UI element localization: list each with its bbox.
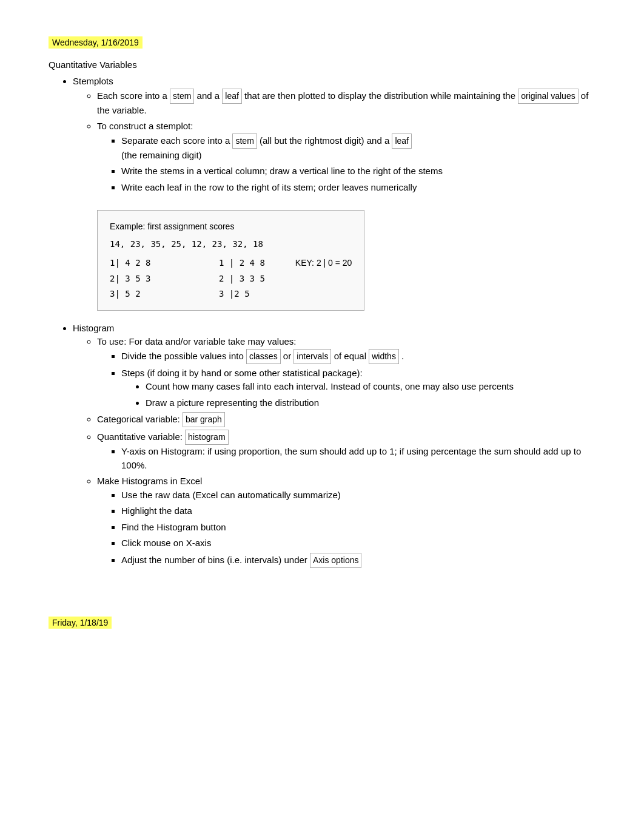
list-item-histogram: Histogram To use: For data and/or variab… — [73, 322, 595, 568]
histogram-touse: To use: For data and/or variable take ma… — [97, 335, 595, 410]
histogram-sublist: To use: For data and/or variable take ma… — [97, 335, 595, 568]
stemplot-sub1: Each score into a stem and a leaf that a… — [97, 89, 595, 118]
construct-item3: Write each leaf in the row to the right … — [121, 181, 595, 195]
quantitative-variable: Quantitative variable: histogram Y-axis … — [97, 430, 595, 472]
step-count: Count how many cases fall into each inte… — [146, 380, 595, 394]
step-draw: Draw a picture representing the distribu… — [146, 396, 595, 410]
excel-items: Use the raw data (Excel can automaticall… — [121, 488, 595, 568]
friday-date: Friday, 1/18/19 — [49, 617, 595, 629]
categorical-variable: Categorical variable: bar graph — [97, 412, 595, 427]
sp-right-row1-wrapper: 1 | 2 4 8 KEY: 2 | 0 = 20 — [219, 255, 352, 271]
wednesday-date: Wednesday, 1/16/2019 — [49, 36, 595, 49]
bar-graph-box: bar graph — [183, 412, 225, 427]
intervals-box: intervals — [293, 349, 331, 364]
excel-item3: Find the Histogram button — [121, 521, 595, 535]
excel-item5: Adjust the number of bins (i.e. interval… — [121, 553, 595, 568]
histogram-steps: Steps (if doing it by hand or some other… — [121, 367, 595, 410]
sp-left-row3: 3| 5 2 — [110, 286, 183, 302]
axis-options-box: Axis options — [310, 553, 361, 568]
stemplot-columns: 1| 4 2 8 2| 3 5 3 3| 5 2 1 | 2 4 8 KEY: … — [110, 255, 352, 302]
construct-sublist: Separate each score into a stem (all but… — [121, 134, 595, 195]
section-title: Quantitative Variables — [49, 59, 595, 70]
main-list: Stemplots Each score into a stem and a l… — [73, 75, 595, 194]
sp-right-row2: 2 | 3 3 5 — [219, 271, 352, 286]
construct-item2: Write the stems in a vertical column; dr… — [121, 164, 595, 178]
sp-left-row2: 2| 3 5 3 — [110, 271, 183, 286]
list-item-stemplots: Stemplots Each score into a stem and a l… — [73, 75, 595, 194]
histogram-touse-items: Divide the possible values into classes … — [121, 349, 595, 410]
histogram-divide: Divide the possible values into classes … — [121, 349, 595, 364]
stemplot-left: 1| 4 2 8 2| 3 5 3 3| 5 2 — [110, 255, 183, 302]
stemplot-construct: To construct a stemplot: Separate each s… — [97, 120, 595, 194]
stemplots-sublist: Each score into a stem and a leaf that a… — [97, 89, 595, 195]
stemplot-right: 1 | 2 4 8 KEY: 2 | 0 = 20 2 | 3 3 5 3 |2… — [219, 255, 352, 302]
stemplot-example-box: Example: first assignment scores 14, 23,… — [97, 210, 364, 311]
histogram-list: Histogram To use: For data and/or variab… — [73, 322, 595, 568]
histogram-box: histogram — [185, 430, 228, 445]
sp-right-row1: 1 | 2 4 8 — [219, 255, 265, 271]
sp-right-row3: 3 |2 5 — [219, 286, 352, 302]
sp-left-row1: 1| 4 2 8 — [110, 255, 183, 271]
steps-subitems: Count how many cases fall into each inte… — [146, 380, 595, 410]
stem-box2: stem — [232, 134, 257, 149]
construct-item1: Separate each score into a stem (all but… — [121, 134, 595, 163]
classes-box: classes — [246, 349, 281, 364]
leaf-box: leaf — [222, 89, 242, 104]
make-histograms-excel: Make Histograms in Excel Use the raw dat… — [97, 475, 595, 568]
leaf-box2: leaf — [392, 134, 412, 149]
widths-box: widths — [369, 349, 399, 364]
example-title: Example: first assignment scores — [110, 219, 352, 234]
key-label: KEY: 2 | 0 = 20 — [295, 255, 352, 271]
excel-item1: Use the raw data (Excel can automaticall… — [121, 488, 595, 502]
yaxis-item: Y-axis on Histogram: if using proportion… — [121, 445, 595, 472]
yaxis-sublist: Y-axis on Histogram: if using proportion… — [121, 445, 595, 472]
excel-item4: Click mouse on X-axis — [121, 536, 595, 550]
stem-box: stem — [170, 89, 194, 104]
original-values-box: original values — [518, 89, 579, 104]
example-data: 14, 23, 35, 25, 12, 23, 32, 18 — [110, 237, 352, 252]
excel-item2: Highlight the data — [121, 504, 595, 518]
